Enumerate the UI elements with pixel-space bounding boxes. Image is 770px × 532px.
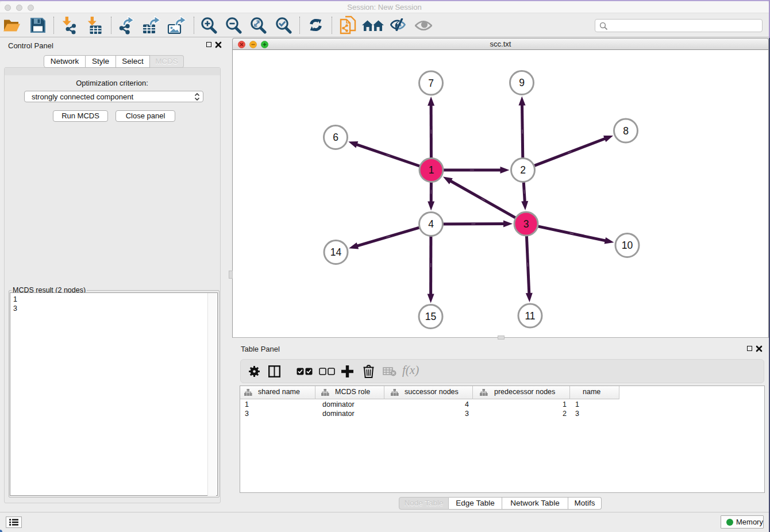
svg-text:14: 14 [330, 246, 342, 258]
svg-text:15: 15 [425, 311, 436, 322]
svg-text:2: 2 [520, 164, 526, 176]
svg-text:1: 1 [429, 164, 434, 176]
svg-text:4: 4 [428, 218, 434, 230]
svg-text:6: 6 [333, 132, 338, 143]
svg-text:9: 9 [519, 77, 525, 88]
svg-text:7: 7 [428, 78, 434, 89]
svg-text:8: 8 [623, 125, 629, 137]
svg-text:11: 11 [525, 310, 535, 322]
svg-text:3: 3 [523, 218, 529, 230]
svg-text:10: 10 [622, 240, 633, 251]
